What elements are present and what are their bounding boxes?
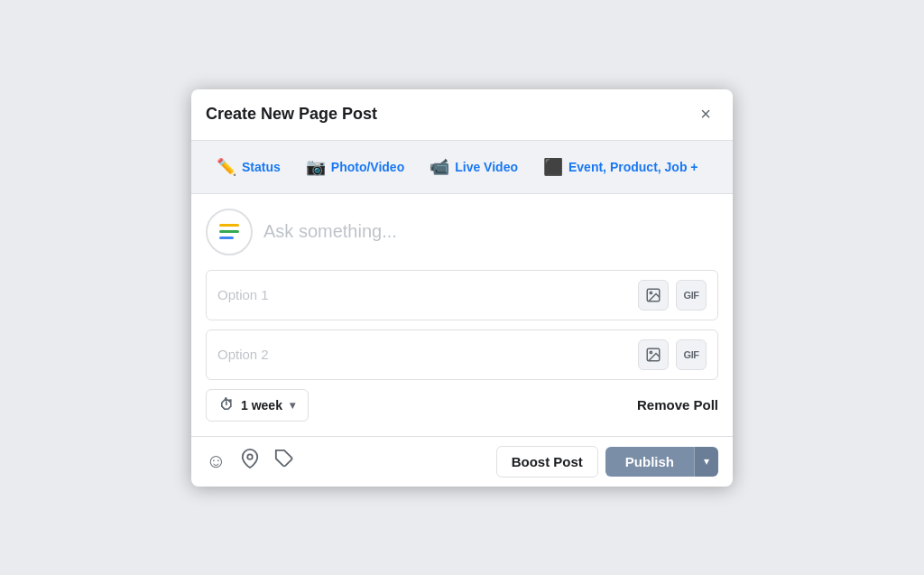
avatar (206, 209, 253, 255)
modal-header: Create New Page Post × (191, 89, 733, 141)
dots-icon: ⬛ (543, 157, 563, 177)
avatar-line-2 (219, 230, 239, 233)
avatar-line-1 (219, 224, 239, 227)
location-icon[interactable] (240, 449, 260, 474)
svg-point-4 (248, 454, 254, 459)
option-1-image-button[interactable] (638, 280, 669, 311)
option-2-actions: GIF (638, 339, 707, 370)
poll-footer-row: ⏱ 1 week ▾ Remove Poll (206, 389, 718, 422)
tab-photo-video[interactable]: 📷 Photo/Video (295, 150, 415, 184)
option-2-image-button[interactable] (638, 339, 669, 370)
option-2-field: Option 2 GIF (206, 329, 718, 380)
option-1-actions: GIF (638, 280, 707, 311)
option-1-gif-button[interactable]: GIF (676, 280, 707, 311)
modal-body: Ask something... Option 1 GIF Option 2 (191, 194, 733, 436)
camera-icon: 📷 (306, 157, 326, 177)
footer-actions: Boost Post Publish ▾ (496, 446, 718, 478)
duration-label: 1 week (241, 398, 282, 413)
publish-chevron-icon: ▾ (704, 455, 709, 468)
footer-icons: ☺ (206, 449, 294, 474)
option-2-placeholder[interactable]: Option 2 (217, 347, 638, 362)
close-button[interactable]: × (693, 102, 718, 127)
avatar-lines (219, 224, 239, 239)
remove-poll-button[interactable]: Remove Poll (637, 397, 718, 413)
svg-point-1 (650, 292, 651, 293)
video-icon: 📹 (430, 157, 449, 177)
publish-dropdown-button[interactable]: ▾ (694, 447, 718, 477)
tab-status[interactable]: ✏️ Status (206, 150, 291, 184)
option-1-field: Option 1 GIF (206, 270, 718, 320)
create-post-modal: Create New Page Post × ✏️ Status 📷 Photo… (191, 89, 733, 487)
tag-icon[interactable] (274, 449, 294, 474)
pencil-icon: ✏️ (217, 157, 236, 177)
svg-point-3 (650, 351, 651, 353)
clock-icon: ⏱ (219, 397, 234, 413)
option-1-placeholder[interactable]: Option 1 (217, 287, 638, 302)
chevron-down-icon: ▾ (290, 399, 295, 412)
publish-button[interactable]: Publish (605, 447, 694, 477)
emoji-icon[interactable]: ☺ (206, 450, 226, 473)
publish-group: Publish ▾ (605, 447, 718, 477)
modal-footer: ☺ Boost Post Publish ▾ (191, 436, 733, 487)
duration-button[interactable]: ⏱ 1 week ▾ (206, 389, 309, 422)
option-2-gif-button[interactable]: GIF (676, 339, 707, 370)
ask-area: Ask something... (206, 209, 718, 255)
tab-event[interactable]: ⬛ Event, Product, Job + (532, 150, 709, 184)
boost-post-button[interactable]: Boost Post (496, 446, 598, 478)
ask-input[interactable]: Ask something... (263, 221, 718, 242)
post-type-tabs: ✏️ Status 📷 Photo/Video 📹 Live Video ⬛ E… (191, 141, 733, 194)
tab-live-video[interactable]: 📹 Live Video (419, 150, 529, 184)
modal-title: Create New Page Post (206, 105, 377, 124)
avatar-line-3 (219, 236, 234, 239)
